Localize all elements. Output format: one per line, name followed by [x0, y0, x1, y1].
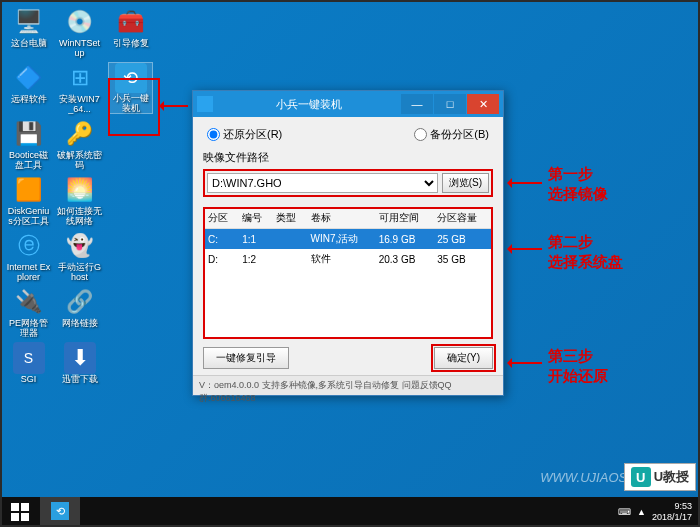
dialog-title: 小兵一键装机 [217, 97, 400, 112]
desktop: 🖥️这台电脑 💿WinNTSetup 🧰引导修复 🔷远程软件 ⊞安装WIN7_6… [6, 6, 186, 398]
start-button[interactable] [0, 497, 40, 527]
arrow-icon [508, 362, 542, 364]
svg-rect-3 [21, 513, 29, 521]
taskbar-item-installer[interactable]: ⟲ [40, 497, 80, 527]
arrow-icon [508, 248, 542, 250]
desktop-icon-this-pc[interactable]: 🖥️这台电脑 [6, 6, 51, 58]
repair-boot-button[interactable]: 一键修复引导 [203, 347, 289, 369]
svg-rect-2 [11, 513, 19, 521]
tray-icon[interactable]: ⌨ [618, 507, 631, 517]
desktop-icon-remote[interactable]: 🔷远程软件 [6, 62, 51, 114]
svg-rect-1 [21, 503, 29, 511]
path-label: 映像文件路径 [203, 150, 493, 165]
desktop-icon-ghost[interactable]: 👻手动运行Ghost [57, 230, 102, 282]
system-tray[interactable]: ⌨ ▲ 9:532018/1/17 [618, 501, 700, 523]
table-row[interactable]: C:1:1WIN7,活动16.9 GB25 GB [204, 229, 492, 250]
desktop-icon-bootrepair[interactable]: 🧰引导修复 [108, 6, 153, 58]
desktop-icon-diskgenius[interactable]: 🟧DiskGenius分区工具 [6, 174, 51, 226]
callout-step3: 第三步开始还原 [548, 346, 608, 386]
restore-radio[interactable]: 还原分区(R) [207, 127, 282, 142]
tray-icon[interactable]: ▲ [637, 507, 646, 517]
app-icon [197, 96, 213, 112]
minimize-button[interactable]: — [401, 94, 433, 114]
taskbar: ⟲ ⌨ ▲ 9:532018/1/17 [0, 497, 700, 527]
desktop-icon-xiaobing[interactable]: ⟲小兵一键装机 [108, 62, 153, 114]
ulogo-badge: UU教授 [624, 463, 696, 491]
path-row: D:\WIN7.GHO 浏览(S) [203, 169, 493, 197]
desktop-icon-bootice[interactable]: 💾Bootice磁盘工具 [6, 118, 51, 170]
browse-button[interactable]: 浏览(S) [442, 173, 489, 193]
close-button[interactable]: ✕ [467, 94, 499, 114]
desktop-icon-netlink[interactable]: 🔗网络链接 [57, 286, 102, 338]
desktop-icon-winntsetup[interactable]: 💿WinNTSetup [57, 6, 102, 58]
arrow-icon [508, 182, 542, 184]
callout-step2: 第二步选择系统盘 [548, 232, 623, 272]
maximize-button[interactable]: □ [434, 94, 466, 114]
desktop-icon-crackpw[interactable]: 🔑破解系统密码 [57, 118, 102, 170]
svg-rect-0 [11, 503, 19, 511]
desktop-icon-penet[interactable]: 🔌PE网络管理器 [6, 286, 51, 338]
status-bar: V：oem4.0.0.0 支持多种镜像,多系统引导自动修复 问题反馈QQ群:60… [193, 375, 503, 395]
callout-step1: 第一步选择镜像 [548, 164, 608, 204]
clock[interactable]: 9:532018/1/17 [652, 501, 692, 523]
desktop-icon-xunlei[interactable]: ⬇迅雷下载 [57, 342, 102, 394]
installer-dialog: 小兵一键装机 — □ ✕ 还原分区(R) 备份分区(B) 映像文件路径 D:\W… [192, 90, 504, 396]
image-path-select[interactable]: D:\WIN7.GHO [207, 173, 438, 193]
desktop-icon-ie[interactable]: ⓔInternet Explorer [6, 230, 51, 282]
desktop-icon-sgi[interactable]: SSGI [6, 342, 51, 394]
table-row[interactable]: D:1:2软件20.3 GB35 GB [204, 249, 492, 269]
titlebar[interactable]: 小兵一键装机 — □ ✕ [193, 91, 503, 117]
desktop-icon-win7install[interactable]: ⊞安装WIN7_64... [57, 62, 102, 114]
arrow-icon [160, 105, 188, 107]
desktop-icon-wifi[interactable]: 🌅如何连接无线网络 [57, 174, 102, 226]
windows-icon [11, 503, 29, 521]
ok-button[interactable]: 确定(Y) [434, 347, 493, 369]
partition-table[interactable]: 分区 编号 类型 卷标 可用空间 分区容量 C:1:1WIN7,活动16.9 G… [203, 207, 493, 339]
backup-radio[interactable]: 备份分区(B) [414, 127, 489, 142]
